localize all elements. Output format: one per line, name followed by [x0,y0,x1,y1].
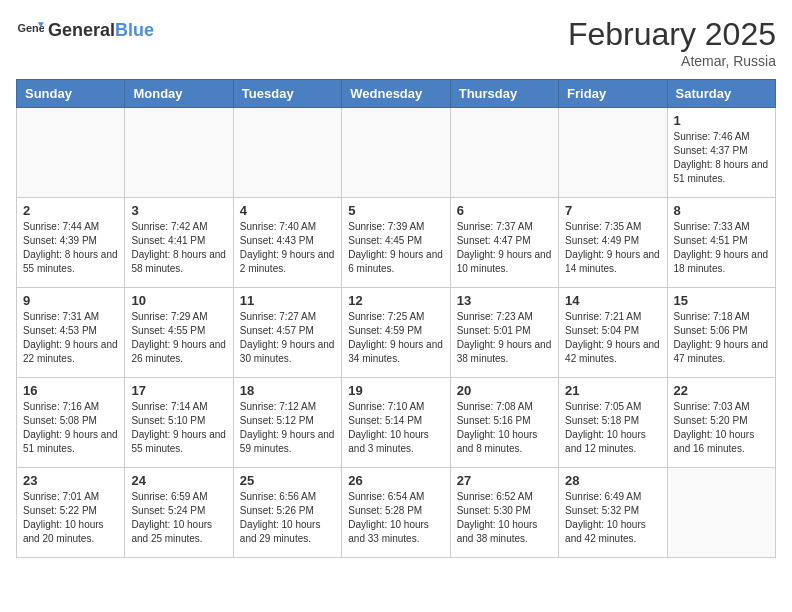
day-number: 10 [131,293,226,308]
logo-blue: Blue [115,20,154,40]
calendar-cell: 15Sunrise: 7:18 AM Sunset: 5:06 PM Dayli… [667,288,775,378]
day-number: 9 [23,293,118,308]
calendar-cell: 2Sunrise: 7:44 AM Sunset: 4:39 PM Daylig… [17,198,125,288]
weekday-header-friday: Friday [559,80,667,108]
calendar-week-row: 16Sunrise: 7:16 AM Sunset: 5:08 PM Dayli… [17,378,776,468]
calendar-cell [559,108,667,198]
calendar-cell: 1Sunrise: 7:46 AM Sunset: 4:37 PM Daylig… [667,108,775,198]
day-info: Sunrise: 7:01 AM Sunset: 5:22 PM Dayligh… [23,490,118,546]
day-info: Sunrise: 7:16 AM Sunset: 5:08 PM Dayligh… [23,400,118,456]
day-number: 24 [131,473,226,488]
day-info: Sunrise: 7:39 AM Sunset: 4:45 PM Dayligh… [348,220,443,276]
calendar-cell: 6Sunrise: 7:37 AM Sunset: 4:47 PM Daylig… [450,198,558,288]
day-info: Sunrise: 6:59 AM Sunset: 5:24 PM Dayligh… [131,490,226,546]
calendar-cell: 25Sunrise: 6:56 AM Sunset: 5:26 PM Dayli… [233,468,341,558]
calendar-cell: 13Sunrise: 7:23 AM Sunset: 5:01 PM Dayli… [450,288,558,378]
day-info: Sunrise: 7:27 AM Sunset: 4:57 PM Dayligh… [240,310,335,366]
calendar-cell: 4Sunrise: 7:40 AM Sunset: 4:43 PM Daylig… [233,198,341,288]
logo-general: General [48,20,115,40]
day-info: Sunrise: 7:35 AM Sunset: 4:49 PM Dayligh… [565,220,660,276]
day-info: Sunrise: 7:33 AM Sunset: 4:51 PM Dayligh… [674,220,769,276]
day-info: Sunrise: 7:10 AM Sunset: 5:14 PM Dayligh… [348,400,443,456]
calendar-cell: 28Sunrise: 6:49 AM Sunset: 5:32 PM Dayli… [559,468,667,558]
calendar-cell: 22Sunrise: 7:03 AM Sunset: 5:20 PM Dayli… [667,378,775,468]
calendar-cell: 12Sunrise: 7:25 AM Sunset: 4:59 PM Dayli… [342,288,450,378]
day-number: 28 [565,473,660,488]
calendar-week-row: 1Sunrise: 7:46 AM Sunset: 4:37 PM Daylig… [17,108,776,198]
calendar-cell: 26Sunrise: 6:54 AM Sunset: 5:28 PM Dayli… [342,468,450,558]
calendar-cell: 27Sunrise: 6:52 AM Sunset: 5:30 PM Dayli… [450,468,558,558]
day-info: Sunrise: 7:08 AM Sunset: 5:16 PM Dayligh… [457,400,552,456]
calendar-cell [233,108,341,198]
calendar-cell: 21Sunrise: 7:05 AM Sunset: 5:18 PM Dayli… [559,378,667,468]
calendar-week-row: 9Sunrise: 7:31 AM Sunset: 4:53 PM Daylig… [17,288,776,378]
calendar-cell [342,108,450,198]
calendar-cell: 20Sunrise: 7:08 AM Sunset: 5:16 PM Dayli… [450,378,558,468]
day-number: 13 [457,293,552,308]
day-number: 12 [348,293,443,308]
calendar-cell: 19Sunrise: 7:10 AM Sunset: 5:14 PM Dayli… [342,378,450,468]
day-info: Sunrise: 7:25 AM Sunset: 4:59 PM Dayligh… [348,310,443,366]
calendar-cell [125,108,233,198]
day-number: 8 [674,203,769,218]
day-info: Sunrise: 7:31 AM Sunset: 4:53 PM Dayligh… [23,310,118,366]
calendar-cell: 24Sunrise: 6:59 AM Sunset: 5:24 PM Dayli… [125,468,233,558]
day-info: Sunrise: 6:49 AM Sunset: 5:32 PM Dayligh… [565,490,660,546]
day-number: 22 [674,383,769,398]
calendar-cell: 18Sunrise: 7:12 AM Sunset: 5:12 PM Dayli… [233,378,341,468]
calendar-week-row: 2Sunrise: 7:44 AM Sunset: 4:39 PM Daylig… [17,198,776,288]
day-number: 23 [23,473,118,488]
day-number: 21 [565,383,660,398]
day-number: 2 [23,203,118,218]
logo: General GeneralBlue [16,16,154,44]
day-number: 14 [565,293,660,308]
weekday-header-thursday: Thursday [450,80,558,108]
logo-icon: General [16,16,44,44]
day-number: 25 [240,473,335,488]
calendar-subtitle: Atemar, Russia [568,53,776,69]
weekday-header-tuesday: Tuesday [233,80,341,108]
weekday-header-saturday: Saturday [667,80,775,108]
day-info: Sunrise: 7:29 AM Sunset: 4:55 PM Dayligh… [131,310,226,366]
calendar-cell: 10Sunrise: 7:29 AM Sunset: 4:55 PM Dayli… [125,288,233,378]
day-info: Sunrise: 7:05 AM Sunset: 5:18 PM Dayligh… [565,400,660,456]
title-block: February 2025 Atemar, Russia [568,16,776,69]
day-number: 1 [674,113,769,128]
day-number: 20 [457,383,552,398]
day-info: Sunrise: 6:52 AM Sunset: 5:30 PM Dayligh… [457,490,552,546]
day-info: Sunrise: 6:54 AM Sunset: 5:28 PM Dayligh… [348,490,443,546]
calendar-cell: 7Sunrise: 7:35 AM Sunset: 4:49 PM Daylig… [559,198,667,288]
day-number: 4 [240,203,335,218]
day-info: Sunrise: 7:18 AM Sunset: 5:06 PM Dayligh… [674,310,769,366]
day-number: 3 [131,203,226,218]
weekday-header-sunday: Sunday [17,80,125,108]
calendar-cell [667,468,775,558]
day-number: 19 [348,383,443,398]
day-info: Sunrise: 7:42 AM Sunset: 4:41 PM Dayligh… [131,220,226,276]
day-info: Sunrise: 7:46 AM Sunset: 4:37 PM Dayligh… [674,130,769,186]
calendar-cell: 11Sunrise: 7:27 AM Sunset: 4:57 PM Dayli… [233,288,341,378]
day-info: Sunrise: 7:14 AM Sunset: 5:10 PM Dayligh… [131,400,226,456]
calendar-week-row: 23Sunrise: 7:01 AM Sunset: 5:22 PM Dayli… [17,468,776,558]
calendar-cell: 8Sunrise: 7:33 AM Sunset: 4:51 PM Daylig… [667,198,775,288]
day-number: 17 [131,383,226,398]
day-number: 27 [457,473,552,488]
calendar-table: SundayMondayTuesdayWednesdayThursdayFrid… [16,79,776,558]
day-info: Sunrise: 7:23 AM Sunset: 5:01 PM Dayligh… [457,310,552,366]
day-number: 6 [457,203,552,218]
calendar-cell [17,108,125,198]
day-number: 18 [240,383,335,398]
day-number: 15 [674,293,769,308]
calendar-cell [450,108,558,198]
calendar-cell: 3Sunrise: 7:42 AM Sunset: 4:41 PM Daylig… [125,198,233,288]
page-header: General GeneralBlue February 2025 Atemar… [16,16,776,69]
day-number: 11 [240,293,335,308]
day-info: Sunrise: 7:03 AM Sunset: 5:20 PM Dayligh… [674,400,769,456]
day-number: 7 [565,203,660,218]
calendar-cell: 23Sunrise: 7:01 AM Sunset: 5:22 PM Dayli… [17,468,125,558]
day-info: Sunrise: 7:37 AM Sunset: 4:47 PM Dayligh… [457,220,552,276]
weekday-header-monday: Monday [125,80,233,108]
weekday-header-row: SundayMondayTuesdayWednesdayThursdayFrid… [17,80,776,108]
day-number: 5 [348,203,443,218]
day-number: 26 [348,473,443,488]
